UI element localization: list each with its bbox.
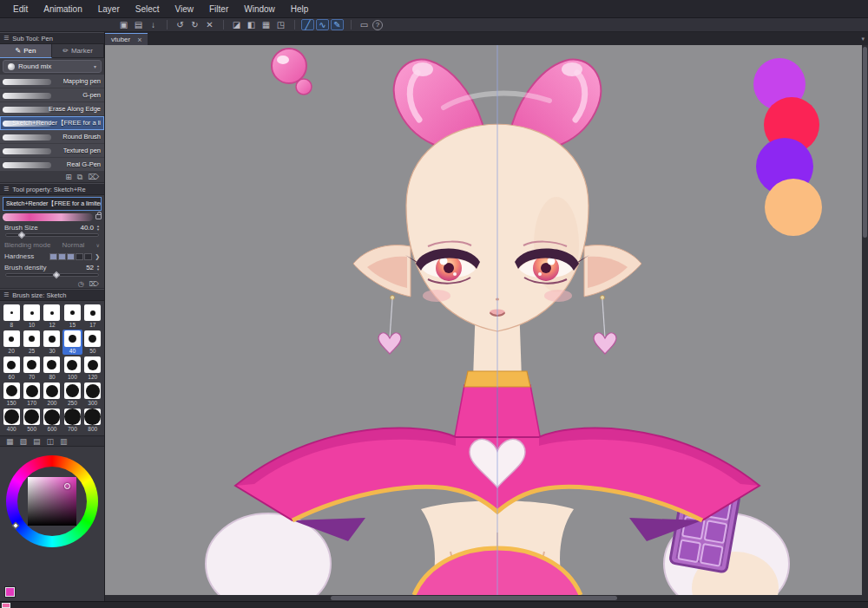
brush-size-500[interactable]: 500 <box>22 408 41 433</box>
reset-icon[interactable]: ⌦ <box>89 280 99 288</box>
brush-size-12[interactable]: 12 <box>43 304 62 329</box>
brush-size-250[interactable]: 250 <box>62 382 82 407</box>
hardness-slider[interactable] <box>49 253 92 260</box>
brush-size-80[interactable]: 80 <box>43 356 62 381</box>
brush-group-round-mix[interactable]: Round mix ▾ <box>3 60 102 73</box>
brush-size-700[interactable]: 700 <box>62 408 82 433</box>
hardness-row[interactable]: Hardness ❯ <box>0 251 104 262</box>
brush-size-15[interactable]: 15 <box>62 304 82 329</box>
brush-size-10[interactable]: 10 <box>22 304 41 329</box>
palette-tab-icon-2[interactable]: ▤ <box>33 437 41 446</box>
brush-item-0[interactable]: Mapping pen <box>0 75 104 88</box>
brush-size-40[interactable]: 40 <box>62 330 82 355</box>
tab-list-icon[interactable]: ▾ <box>861 36 865 42</box>
brush-size-800[interactable]: 800 <box>83 408 102 433</box>
history-icon[interactable]: ◷ <box>78 280 84 288</box>
menu-item-edit[interactable]: Edit <box>5 2 36 16</box>
brush-size-120[interactable]: 120 <box>83 356 102 381</box>
vertical-scrollbar[interactable] <box>862 45 868 595</box>
delete-subtool-icon[interactable]: ⌦ <box>88 173 99 181</box>
brush-item-2[interactable]: Erase Along Edge <box>0 102 104 116</box>
menu-item-animation[interactable]: Animation <box>36 2 89 16</box>
menu-item-window[interactable]: Window <box>236 2 283 16</box>
paint-swatch-3[interactable] <box>765 179 822 236</box>
tab-marker[interactable]: ✏ Marker <box>52 44 104 58</box>
brush-size-600[interactable]: 600 <box>43 408 62 433</box>
document-tab-vtuber[interactable]: vtuber × <box>105 33 148 45</box>
fill-icon[interactable]: ◧ <box>245 19 258 30</box>
tab-pen[interactable]: ✎ Pen <box>0 44 52 58</box>
stepper-icon[interactable]: ▲▼ <box>96 225 100 232</box>
current-color-chip[interactable] <box>5 587 15 597</box>
brush-density-row[interactable]: Brush density 52 ▲▼ <box>0 262 104 273</box>
brush-size-170[interactable]: 170 <box>22 382 41 407</box>
canvas-artwork[interactable] <box>105 45 862 595</box>
lock-icon[interactable] <box>95 214 102 219</box>
canvas-viewport[interactable] <box>105 45 862 595</box>
brush-size-70[interactable]: 70 <box>22 356 41 381</box>
brush-density-slider[interactable] <box>5 273 99 277</box>
new-file-icon[interactable]: ▣ <box>117 19 130 30</box>
brush-size-panel-header[interactable]: ☰ Brush size: Sketch <box>0 289 104 301</box>
brush-item-1[interactable]: G-pen <box>0 88 104 102</box>
brush-item-6[interactable]: Real G-Pen <box>0 158 104 172</box>
brush-density-value[interactable]: 52 <box>86 264 94 271</box>
brush-size-dot <box>88 360 98 370</box>
menu-item-layer[interactable]: Layer <box>90 2 128 16</box>
brush-size-8[interactable]: 8 <box>2 304 21 329</box>
snap-pen-icon[interactable]: ✎ <box>331 19 344 30</box>
menu-item-view[interactable]: View <box>168 2 202 16</box>
brush-size-value[interactable]: 40.0 <box>80 224 94 232</box>
brush-size-slider[interactable] <box>5 233 99 237</box>
palette-tab-icon-1[interactable]: ▧ <box>20 437 28 446</box>
redo-icon[interactable]: ↻ <box>188 19 201 30</box>
grid-icon[interactable]: ▦ <box>260 19 273 30</box>
tool-property-header[interactable]: ☰ Tool property: Sketch+Re <box>0 183 104 195</box>
ruler-icon[interactable]: ▭ <box>358 19 371 30</box>
blending-mode-value[interactable]: Normal <box>62 241 85 249</box>
menu-item-help[interactable]: Help <box>283 2 317 16</box>
snap-line-icon[interactable]: ╱ <box>301 19 314 30</box>
close-tab-icon[interactable]: × <box>137 36 141 44</box>
save-icon[interactable]: ↓ <box>147 19 160 30</box>
brush-size-label: 100 <box>68 374 77 380</box>
brush-size-25[interactable]: 25 <box>22 330 41 355</box>
brush-size-50[interactable]: 50 <box>83 330 102 355</box>
brush-size-300[interactable]: 300 <box>83 382 102 407</box>
brush-size-17[interactable]: 17 <box>83 304 102 329</box>
open-file-icon[interactable]: ▤ <box>132 19 145 30</box>
menu-item-filter[interactable]: Filter <box>201 2 236 16</box>
brush-item-5[interactable]: Textured pen <box>0 144 104 158</box>
color-indicator[interactable] <box>64 483 70 489</box>
brush-item-3[interactable]: Sketch+Render【FREE for a li <box>0 116 104 130</box>
subtool-panel-header[interactable]: ☰ Sub Tool: Pen <box>0 32 104 44</box>
snap-curve-icon[interactable]: ∿ <box>316 19 329 30</box>
palette-tab-icon-3[interactable]: ◫ <box>47 437 55 446</box>
chevron-down-icon: ∨ <box>96 242 100 248</box>
brush-size-100[interactable]: 100 <box>62 356 82 381</box>
undo-icon[interactable]: ↺ <box>174 19 187 30</box>
brush-size-60[interactable]: 60 <box>2 356 21 381</box>
duplicate-subtool-icon[interactable]: ⧉ <box>77 173 82 182</box>
stepper-icon[interactable]: ▲▼ <box>96 265 100 271</box>
add-subtool-icon[interactable]: ⊞ <box>65 173 72 181</box>
brush-size-150[interactable]: 150 <box>2 382 21 407</box>
brush-size-200[interactable]: 200 <box>43 382 62 407</box>
transform-icon[interactable]: ◳ <box>274 19 287 30</box>
brush-size-row[interactable]: Brush Size 40.0 ▲▼ <box>0 222 104 233</box>
blending-mode-row[interactable]: Blending mode Normal ∨ <box>0 239 104 251</box>
horizontal-scrollbar[interactable] <box>105 595 868 601</box>
brush-size-panel-title: Brush size: Sketch <box>12 291 66 299</box>
selected-preset[interactable]: Sketch+Render【FREE for a limited time】 <box>3 197 102 211</box>
chevron-right-icon[interactable]: ❯ <box>95 253 100 260</box>
palette-tab-icon-4[interactable]: ▥ <box>60 437 68 446</box>
brush-item-4[interactable]: Round Brush <box>0 130 104 144</box>
eraser-icon[interactable]: ◪ <box>230 19 243 30</box>
brush-size-30[interactable]: 30 <box>43 330 62 355</box>
brush-size-20[interactable]: 20 <box>2 330 21 355</box>
menu-item-select[interactable]: Select <box>128 2 168 16</box>
clear-icon[interactable]: ✕ <box>203 19 216 30</box>
palette-tab-icon-0[interactable]: ▦ <box>6 437 14 446</box>
help-icon[interactable]: ? <box>372 20 383 30</box>
brush-size-400[interactable]: 400 <box>2 408 21 433</box>
